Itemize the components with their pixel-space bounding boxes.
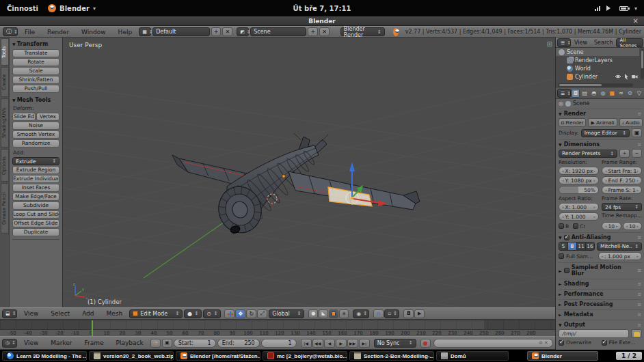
timeline-menu-view[interactable]: View: [18, 339, 44, 346]
edge-select-button[interactable]: ◣: [319, 309, 328, 318]
network-icon[interactable]: [595, 6, 600, 11]
keying-set-field[interactable]: ⊘ ✕: [433, 339, 553, 348]
vertex-select-button[interactable]: ●: [308, 309, 318, 318]
auto-keyframe-button[interactable]: ●: [420, 339, 431, 348]
timeline-editor-icon[interactable]: ◷↕: [2, 339, 17, 348]
editor-type-button[interactable]: ⓘ↕: [3, 27, 18, 36]
preview-range-toggle[interactable]: ◔: [150, 339, 161, 348]
browse-folder-button[interactable]: [631, 329, 642, 338]
remove-preset-button[interactable]: −: [632, 149, 642, 158]
add-preset-button[interactable]: +: [619, 149, 630, 158]
sync-dropdown[interactable]: No Sync↕: [374, 339, 416, 348]
view3d-menu-view[interactable]: View: [18, 310, 44, 317]
menu-window[interactable]: Window: [76, 29, 111, 36]
remap-old-field[interactable]: 10: [602, 222, 621, 230]
tab-scene[interactable]: ◓: [590, 89, 598, 98]
snap-toggle-button[interactable]: ∩: [373, 309, 384, 318]
tool-button[interactable]: Translate: [12, 49, 59, 57]
outliner-editor-icon[interactable]: ☰↕: [557, 38, 571, 47]
border-checkbox[interactable]: B: [559, 223, 569, 229]
mode-dropdown[interactable]: Edit Mode↕: [129, 309, 183, 318]
add-scene-button[interactable]: +: [308, 27, 318, 36]
scene-selector[interactable]: Scene: [250, 27, 306, 36]
viewport-shading-dropdown[interactable]: ●↕: [184, 309, 202, 318]
play-button[interactable]: ▶: [336, 339, 347, 348]
snap-element-dropdown[interactable]: ▫↕: [384, 309, 399, 318]
aa-samples-11[interactable]: 11: [577, 242, 586, 250]
outliner-item-world[interactable]: World: [556, 64, 639, 72]
taskbar-item-browser[interactable]: Learn 3D Modelling - The ...: [2, 351, 87, 361]
view3d-menu-mesh[interactable]: Mesh: [101, 310, 129, 317]
render-still-button[interactable]: ◘Render: [559, 118, 586, 127]
aa-samples-5[interactable]: 5: [559, 242, 568, 250]
volume-icon[interactable]: [606, 5, 613, 11]
resolution-x-field[interactable]: X: 1920 px: [559, 167, 599, 175]
tool-button[interactable]: Extrude Individual: [12, 175, 59, 183]
screen-layout-icon[interactable]: ▦↕: [139, 27, 151, 36]
tab-render[interactable]: ◘: [572, 89, 580, 98]
tool-button[interactable]: Smooth Vertex: [12, 130, 59, 139]
frame-start-input[interactable]: Start:1: [174, 339, 216, 348]
performance-panel-header[interactable]: ►Performance≡: [559, 289, 642, 297]
mesh-tools-panel-header[interactable]: ▼Mesh Tools: [12, 97, 59, 103]
frame-end-field[interactable]: End F: 250: [602, 176, 642, 184]
tool-button[interactable]: Make Edge/Face: [12, 193, 59, 201]
pin-icon[interactable]: ◎: [559, 100, 563, 107]
manipulator-scale-toggle[interactable]: ⤢: [257, 309, 267, 318]
taskbar-item-home[interactable]: Domů: [436, 351, 509, 361]
tool-button[interactable]: Rotate: [12, 58, 59, 66]
menu-render[interactable]: Render: [42, 29, 75, 36]
aa-filter-dropdown[interactable]: Mitchell-Ne..↕: [597, 242, 642, 251]
crop-checkbox[interactable]: Cr: [573, 223, 585, 229]
file-extensions-checkbox[interactable]: File Exte...: [602, 339, 643, 346]
output-path-field[interactable]: /tmp/: [559, 329, 629, 338]
battery-icon[interactable]: [619, 6, 628, 11]
tool-button[interactable]: Push/Pull: [12, 85, 59, 93]
limit-to-visible-button[interactable]: ✳: [339, 309, 349, 318]
taskbar-item-mc[interactable]: mc [2_bojlery@wetab.bio...: [263, 351, 347, 361]
manipulator-rotate-toggle[interactable]: ↻: [246, 309, 256, 318]
current-frame-indicator[interactable]: [92, 320, 93, 336]
aspect-y-field[interactable]: Y: 1.000: [559, 212, 599, 221]
system-menu-chevron-icon[interactable]: ▾: [634, 5, 637, 12]
tool-button-vertex-slide[interactable]: Vertex: [36, 113, 59, 121]
renderability-camera-icon[interactable]: [631, 73, 638, 80]
tab-shading-uvs[interactable]: Shading/UVs: [1, 98, 9, 148]
tab-render-layers[interactable]: ▤: [580, 89, 589, 98]
post-processing-panel-header[interactable]: ►Post Processing≡: [559, 299, 642, 307]
tab-world[interactable]: ◍: [599, 89, 607, 98]
tool-button[interactable]: Scale: [12, 67, 59, 75]
outliner-filter-dropdown[interactable]: All Scenes: [616, 38, 643, 47]
delete-layout-button[interactable]: ✕: [222, 27, 232, 36]
view3d-editor-icon[interactable]: ⬓↕: [2, 309, 17, 318]
outliner-menu-search[interactable]: Search: [591, 40, 616, 46]
antialiasing-checkbox[interactable]: [564, 235, 569, 240]
outliner-item-renderlayers[interactable]: RenderLayers: [556, 56, 639, 64]
transform-panel-header[interactable]: ▼Transform: [12, 41, 59, 47]
opengl-render-anim-button[interactable]: ▶: [414, 309, 425, 318]
taskbar-item-section-zip[interactable]: Section-2-Box-Modelling-...: [349, 351, 434, 361]
resolution-percentage-slider[interactable]: 50%: [559, 186, 599, 194]
app-menu[interactable]: Blender ▾: [48, 4, 96, 12]
aa-samples-8[interactable]: 8: [568, 242, 577, 250]
view3d-menu-add[interactable]: Add: [77, 310, 99, 317]
overwrite-checkbox[interactable]: Overwrite: [559, 339, 600, 346]
next-keyframe-button[interactable]: ▶▶: [347, 339, 358, 348]
play-reverse-button[interactable]: ◀: [324, 339, 335, 348]
outliner-item-cylinder[interactable]: Cylinder: [556, 72, 639, 81]
tool-button[interactable]: Loop Cut and Slide: [12, 210, 59, 219]
tool-button[interactable]: Duplicate: [12, 228, 59, 236]
render-animation-button[interactable]: ▶Animati: [588, 118, 617, 127]
jump-to-end-button[interactable]: ▶|: [359, 339, 370, 348]
frame-rate-dropdown[interactable]: 24 fps↕: [602, 203, 642, 211]
tab-constraints[interactable]: ∞: [617, 89, 625, 98]
aspect-x-field[interactable]: X: 1.000: [559, 203, 599, 211]
tool-button[interactable]: Extrude Region: [12, 166, 59, 174]
manipulator-translate-toggle[interactable]: ✥: [235, 309, 245, 318]
activities-button[interactable]: Činnosti: [7, 5, 38, 12]
shading-panel-header[interactable]: ►Shading≡: [559, 279, 642, 287]
visibility-eye-icon[interactable]: [615, 73, 621, 80]
tab-object[interactable]: ■: [608, 89, 616, 98]
display-mode-dropdown[interactable]: Image Editor↕: [581, 129, 630, 137]
pivot-point-dropdown[interactable]: ⊙↕: [203, 309, 221, 318]
